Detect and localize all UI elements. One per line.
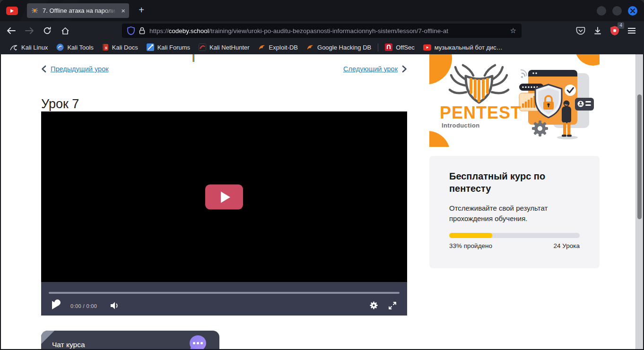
- video-controls-bar: 0:00 / 0:00: [41, 282, 407, 316]
- fullscreen-icon: [388, 301, 397, 310]
- gear-icon: [369, 301, 378, 310]
- bookmark-google-hacking-db[interactable]: Google Hacking DB: [302, 44, 375, 51]
- scrollbar-thumb[interactable]: [637, 94, 642, 219]
- new-tab-button[interactable]: +: [136, 5, 147, 16]
- kali-docs-icon: s: [102, 43, 109, 51]
- url-domain: codeby.school: [169, 27, 209, 34]
- next-lesson-label: Следующий урок: [343, 65, 398, 73]
- bookmark-offsec[interactable]: OffSec: [381, 43, 419, 51]
- chat-bubble-icon[interactable]: [190, 335, 206, 349]
- bookmark-label: Kali Docs: [112, 44, 138, 51]
- codeby-favicon: [31, 7, 39, 15]
- bookmark-kali-docs[interactable]: s Kali Docs: [98, 43, 142, 51]
- bookmark-exploit-db[interactable]: Exploit-DB: [254, 44, 302, 51]
- page-viewport: Предыдущий урок Следующий урок Урок 7 0:…: [1, 54, 643, 349]
- close-icon: [630, 9, 635, 13]
- hamburger-menu-icon: [627, 27, 636, 34]
- video-screen[interactable]: [41, 111, 407, 282]
- pocket-button[interactable]: [574, 24, 587, 37]
- offsec-icon: [385, 43, 392, 51]
- volume-button[interactable]: [110, 301, 119, 310]
- course-progress-stats: 33% пройдено 24 Урока: [449, 242, 580, 249]
- bookmark-label: Kali Linux: [21, 44, 48, 51]
- lessons-count-label: 24 Урока: [554, 242, 580, 249]
- minimize-button[interactable]: [597, 6, 606, 16]
- next-lesson-link[interactable]: Следующий урок: [343, 65, 407, 73]
- tracking-protection-shield-icon[interactable]: [127, 26, 135, 35]
- previous-lesson-link[interactable]: Предыдущий урок: [41, 65, 109, 73]
- bookmark-label: Kali NetHunter: [209, 44, 250, 51]
- course-progress-fill: [449, 233, 492, 238]
- progress-percent-label: 33% пройдено: [449, 242, 492, 249]
- course-progress-card: Бесплатный курс по пентесту Отслеживайте…: [429, 156, 600, 268]
- volume-icon: [110, 301, 119, 310]
- course-card-title: Бесплатный курс по пентесту: [449, 170, 570, 195]
- banner-subtitle: Introduction: [442, 122, 480, 129]
- video-player: 0:00 / 0:00: [41, 111, 407, 316]
- tab-bar: 7. Offline атака на пароли × +: [0, 0, 644, 21]
- course-banner-illustration: [429, 54, 600, 147]
- downloads-button[interactable]: [591, 24, 604, 37]
- bookmark-kali-nethunter[interactable]: Kali NetHunter: [194, 43, 254, 51]
- chevron-left-icon: [41, 65, 46, 73]
- svg-text:s: s: [105, 45, 107, 50]
- adblock-badge: 4: [618, 22, 624, 29]
- navigation-toolbar: https://codeby.school/training/view/urok…: [0, 21, 644, 40]
- back-button[interactable]: [4, 24, 18, 38]
- fullscreen-button[interactable]: [388, 301, 397, 310]
- kali-tools-icon: [56, 43, 64, 51]
- kali-nethunter-icon: [199, 43, 206, 51]
- header-logo-remnant: [192, 54, 194, 62]
- browser-window: 7. Offline атака на пароли × +: [0, 0, 644, 350]
- close-button[interactable]: [628, 6, 637, 16]
- chat-dot: [197, 342, 199, 344]
- video-settings-button[interactable]: [369, 301, 378, 310]
- course-chat-widget[interactable]: Чат курса: [41, 331, 219, 349]
- url-protocol: https://: [149, 27, 169, 34]
- download-icon: [593, 26, 602, 35]
- url-bar[interactable]: https://codeby.school/training/view/urok…: [122, 24, 522, 38]
- youtube-icon: [423, 44, 431, 51]
- bookmarks-toolbar: Kali Linux Kali Tools s Kali Docs Kali F…: [0, 40, 644, 54]
- active-tab[interactable]: 7. Offline атака на пароли ×: [27, 3, 129, 18]
- url-text[interactable]: https://codeby.school/training/view/urok…: [149, 27, 506, 34]
- home-icon: [61, 27, 70, 35]
- window-controls: [597, 6, 637, 16]
- adblock-extension-button[interactable]: 4: [608, 24, 621, 37]
- reload-icon: [43, 26, 52, 35]
- kali-dragon-icon: [10, 44, 18, 51]
- play-icon[interactable]: [52, 301, 59, 309]
- bookmark-label: Exploit-DB: [269, 44, 298, 51]
- bookmark-label: OffSec: [396, 44, 415, 51]
- course-banner: PENTEST Introduction: [429, 54, 600, 147]
- chat-dot: [200, 342, 203, 344]
- bookmark-kali-linux[interactable]: Kali Linux: [6, 44, 52, 51]
- google-hacking-db-icon: [306, 44, 314, 51]
- course-card-description: Отслеживайте свой результат прохождения …: [449, 203, 560, 224]
- bookmark-kali-tools[interactable]: Kali Tools: [52, 43, 97, 51]
- big-play-button[interactable]: [205, 184, 243, 209]
- reload-button[interactable]: [40, 24, 54, 38]
- tab-close-icon[interactable]: ×: [121, 7, 125, 14]
- bookmarks-separator: [378, 43, 378, 51]
- video-progress-track[interactable]: [49, 292, 400, 294]
- pinned-tab-youtube[interactable]: [6, 7, 18, 15]
- bookmark-kali-forums[interactable]: Kali Forums: [142, 43, 194, 51]
- bookmark-music-bot[interactable]: музыкальный бот дис…: [419, 44, 507, 51]
- forward-button[interactable]: [22, 24, 36, 38]
- forward-icon: [25, 27, 34, 34]
- maximize-button[interactable]: [612, 6, 622, 16]
- bookmark-label: Kali Tools: [67, 44, 93, 51]
- page-scrollbar[interactable]: [635, 54, 643, 349]
- lock-icon[interactable]: [139, 27, 145, 34]
- kali-forums-icon: [147, 43, 154, 51]
- menu-button[interactable]: [625, 24, 638, 37]
- toolbar-right-icons: 4: [574, 24, 644, 37]
- bookmark-star-icon[interactable]: ☆: [510, 26, 516, 35]
- previous-lesson-label: Предыдущий урок: [51, 65, 109, 73]
- url-path: /training/view/uroki-po-auditu-bezopasno…: [209, 27, 448, 34]
- tab-title: 7. Offline атака на пароли: [43, 7, 119, 14]
- home-button[interactable]: [58, 24, 72, 38]
- bookmark-label: музыкальный бот дис…: [435, 44, 503, 51]
- banner-brand: PENTEST: [440, 103, 522, 123]
